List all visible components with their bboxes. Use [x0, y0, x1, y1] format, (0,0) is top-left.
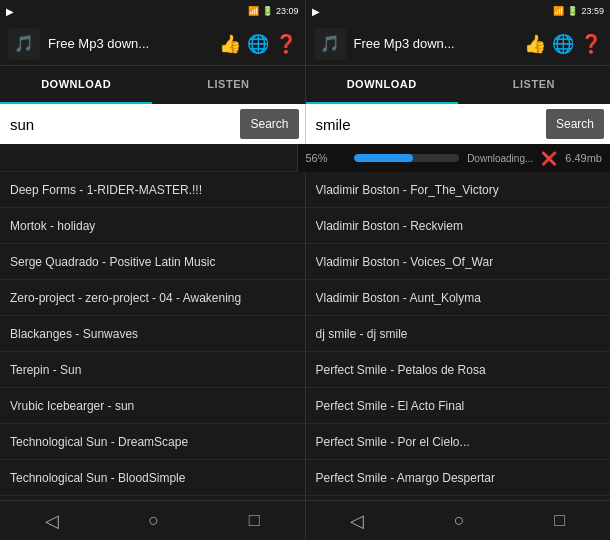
left-help-icon[interactable]: ❓ — [275, 33, 297, 55]
right-song-item-7[interactable]: Perfect Smile - Por el Cielo... — [306, 424, 611, 460]
left-app-title: Free Mp3 down... — [48, 36, 211, 51]
left-song-item-7[interactable]: Technological Sun - DreamScape — [0, 424, 305, 460]
right-app-icon: 🎵 — [314, 28, 346, 60]
right-status-left-icon: ▶ — [312, 6, 320, 17]
left-song-title-8: Technological Sun - BloodSimple — [10, 471, 185, 485]
right-tab-listen[interactable]: LISTEN — [458, 66, 610, 104]
right-help-icon[interactable]: ❓ — [580, 33, 602, 55]
right-header-icons: 👍 🌐 ❓ — [524, 33, 602, 55]
right-search-input[interactable] — [312, 109, 542, 139]
left-status-icons: 📶🔋 23:09 — [248, 6, 299, 16]
right-tabs: DOWNLOAD LISTEN — [305, 66, 611, 104]
left-song-item-1[interactable]: Mortok - holiday — [0, 208, 305, 244]
right-song-title-8: Perfect Smile - Amargo Despertar — [316, 471, 495, 485]
left-search-panel: Search — [0, 104, 305, 144]
left-tabs: DOWNLOAD LISTEN — [0, 66, 305, 104]
left-song-title-7: Technological Sun - DreamScape — [10, 435, 188, 449]
left-recent-button[interactable]: □ — [237, 506, 272, 535]
left-song-list: Deep Forms - 1-RIDER-MASTER.!!!Mortok - … — [0, 172, 305, 500]
right-status-bar: ▶ 📶🔋 23:59 — [305, 0, 611, 22]
right-nav-bar: ◁ ○ □ — [305, 500, 611, 540]
right-song-title-1: Vladimir Boston - Reckviem — [316, 219, 463, 233]
right-back-button[interactable]: ◁ — [338, 506, 376, 536]
download-cancel-button[interactable]: ❌ — [541, 151, 557, 166]
left-song-title-6: Vrubic Icebearger - sun — [10, 399, 134, 413]
right-song-title-6: Perfect Smile - El Acto Final — [316, 399, 465, 413]
right-status-icons: 📶🔋 23:59 — [553, 6, 604, 16]
left-back-button[interactable]: ◁ — [33, 506, 71, 536]
left-thumbs-up-icon[interactable]: 👍 — [219, 33, 241, 55]
right-song-item-0[interactable]: Vladimir Boston - For_The_Victory — [306, 172, 611, 208]
right-song-title-3: Vladimir Boston - Aunt_Kolyma — [316, 291, 481, 305]
right-song-title-0: Vladimir Boston - For_The_Victory — [316, 183, 499, 197]
right-download-progress: 56% Downloading... ❌ 6.49mb — [297, 144, 611, 172]
right-song-list: Vladimir Boston - For_The_VictoryVladimi… — [305, 172, 611, 500]
right-song-title-7: Perfect Smile - Por el Cielo... — [316, 435, 470, 449]
left-song-item-6[interactable]: Vrubic Icebearger - sun — [0, 388, 305, 424]
left-song-item-2[interactable]: Serge Quadrado - Positive Latin Music — [0, 244, 305, 280]
left-tab-download[interactable]: DOWNLOAD — [0, 66, 152, 104]
right-recent-button[interactable]: □ — [542, 506, 577, 535]
left-empty-progress — [0, 144, 297, 172]
left-song-item-5[interactable]: Terepin - Sun — [0, 352, 305, 388]
left-tab-listen[interactable]: LISTEN — [152, 66, 304, 104]
right-song-item-1[interactable]: Vladimir Boston - Reckviem — [306, 208, 611, 244]
left-song-title-2: Serge Quadrado - Positive Latin Music — [10, 255, 215, 269]
left-song-item-8[interactable]: Technological Sun - BloodSimple — [0, 460, 305, 496]
right-song-item-8[interactable]: Perfect Smile - Amargo Despertar — [306, 460, 611, 496]
left-song-title-1: Mortok - holiday — [10, 219, 95, 233]
download-label: Downloading... — [467, 153, 533, 164]
left-app-header: 🎵 Free Mp3 down... 👍 🌐 ❓ — [0, 22, 305, 66]
right-app-header: 🎵 Free Mp3 down... 👍 🌐 ❓ — [305, 22, 611, 66]
left-status-time: 23:09 — [276, 6, 299, 16]
left-nav-bar: ◁ ○ □ — [0, 500, 305, 540]
left-song-title-3: Zero-project - zero-project - 04 - Awake… — [10, 291, 241, 305]
left-search-input[interactable] — [6, 109, 236, 139]
left-status-left-icon: ▶ — [6, 6, 14, 17]
right-song-item-2[interactable]: Vladimir Boston - Voices_Of_War — [306, 244, 611, 280]
right-song-title-4: dj smile - dj smile — [316, 327, 408, 341]
left-song-title-5: Terepin - Sun — [10, 363, 81, 377]
right-globe-icon[interactable]: 🌐 — [552, 33, 574, 55]
download-progress-fill — [354, 154, 413, 162]
download-percent: 56% — [306, 152, 346, 164]
left-song-item-3[interactable]: Zero-project - zero-project - 04 - Awake… — [0, 280, 305, 316]
left-song-item-4[interactable]: Blackanges - Sunwaves — [0, 316, 305, 352]
right-app-title: Free Mp3 down... — [354, 36, 517, 51]
right-song-item-5[interactable]: Perfect Smile - Petalos de Rosa — [306, 352, 611, 388]
left-status-bar: ▶ 📶🔋 23:09 — [0, 0, 305, 22]
file-size: 6.49mb — [565, 152, 602, 164]
left-app-icon: 🎵 — [8, 28, 40, 60]
right-song-item-6[interactable]: Perfect Smile - El Acto Final — [306, 388, 611, 424]
right-song-item-3[interactable]: Vladimir Boston - Aunt_Kolyma — [306, 280, 611, 316]
left-song-title-4: Blackanges - Sunwaves — [10, 327, 138, 341]
right-tab-download[interactable]: DOWNLOAD — [306, 66, 458, 104]
right-song-title-5: Perfect Smile - Petalos de Rosa — [316, 363, 486, 377]
right-song-item-4[interactable]: dj smile - dj smile — [306, 316, 611, 352]
right-search-button[interactable]: Search — [546, 109, 604, 139]
right-song-title-2: Vladimir Boston - Voices_Of_War — [316, 255, 494, 269]
left-globe-icon[interactable]: 🌐 — [247, 33, 269, 55]
right-thumbs-up-icon[interactable]: 👍 — [524, 33, 546, 55]
left-song-title-0: Deep Forms - 1-RIDER-MASTER.!!! — [10, 183, 202, 197]
download-progress-bar — [354, 154, 460, 162]
left-song-item-0[interactable]: Deep Forms - 1-RIDER-MASTER.!!! — [0, 172, 305, 208]
right-search-panel: Search — [305, 104, 611, 144]
right-status-time: 23:59 — [581, 6, 604, 16]
right-home-button[interactable]: ○ — [442, 506, 477, 535]
left-header-icons: 👍 🌐 ❓ — [219, 33, 297, 55]
left-home-button[interactable]: ○ — [136, 506, 171, 535]
left-search-button[interactable]: Search — [240, 109, 298, 139]
